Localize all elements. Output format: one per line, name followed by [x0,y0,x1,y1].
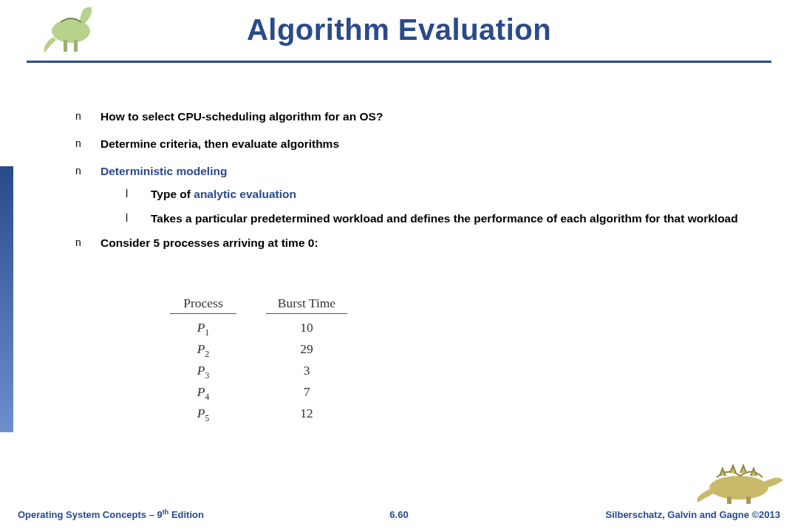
bullet-text: Determine criteria, then evaluate algori… [100,137,339,152]
slide-title: Algorithm Evaluation [0,13,798,47]
bullet-glyph: n [75,137,100,151]
footer-right: Silberschatz, Galvin and Gagne ©2013 [606,509,780,520]
svg-rect-6 [746,497,751,504]
table-row: P2 29 [170,339,347,361]
dinosaur-logo-bottom [695,460,791,504]
content-area: n How to select CPU-scheduling algorithm… [75,109,776,263]
table-header-burst: Burst Time [266,296,347,318]
bullet-item: n Determine criteria, then evaluate algo… [75,137,776,152]
bullet-glyph: n [75,164,100,178]
bullet-item: n Consider 5 processes arriving at time … [75,236,776,251]
header-rule [266,313,347,314]
sub-bullet-glyph: l [126,211,151,225]
process-burst-table: Process Burst Time P1 10 P2 29 P3 3 P4 [170,296,347,425]
table-row: P1 10 [170,318,347,339]
table-header-process: Process [170,296,236,318]
table-body: P1 10 P2 29 P3 3 P4 7 P5 12 [170,318,347,425]
bullet-text: How to select CPU-scheduling algorithm f… [100,109,383,125]
sub-bullet-text: Takes a particular predetermined workloa… [151,211,738,227]
header-rule [170,313,236,314]
sub-bullet-item: l Takes a particular predetermined workl… [126,211,776,227]
bullet-text-term: Deterministic modeling [100,164,227,180]
bullet-glyph: n [75,109,100,123]
svg-rect-5 [727,497,732,504]
title-underline [27,61,771,63]
left-accent-bar [0,166,13,432]
bullet-item: n Deterministic modeling [75,164,776,180]
table-header-row: Process Burst Time [170,296,347,318]
sub-bullet-list: l Type of analytic evaluation l Takes a … [126,187,776,227]
bullet-item: n How to select CPU-scheduling algorithm… [75,109,776,125]
sub-bullet-prefix: Type of [151,188,194,200]
sub-bullet-text: Type of analytic evaluation [151,187,296,202]
bullet-glyph: n [75,236,100,250]
table-row: P5 12 [170,403,347,425]
svg-point-4 [709,476,768,499]
sub-bullet-term: analytic evaluation [194,188,296,200]
sub-bullet-item: l Type of analytic evaluation [126,187,776,202]
bullet-text: Consider 5 processes arriving at time 0: [100,236,318,251]
table-row: P4 7 [170,382,347,403]
sub-bullet-glyph: l [126,187,151,201]
slide: Algorithm Evaluation n How to select CPU… [0,0,798,532]
table-row: P3 3 [170,361,347,382]
svg-point-1 [85,7,91,13]
